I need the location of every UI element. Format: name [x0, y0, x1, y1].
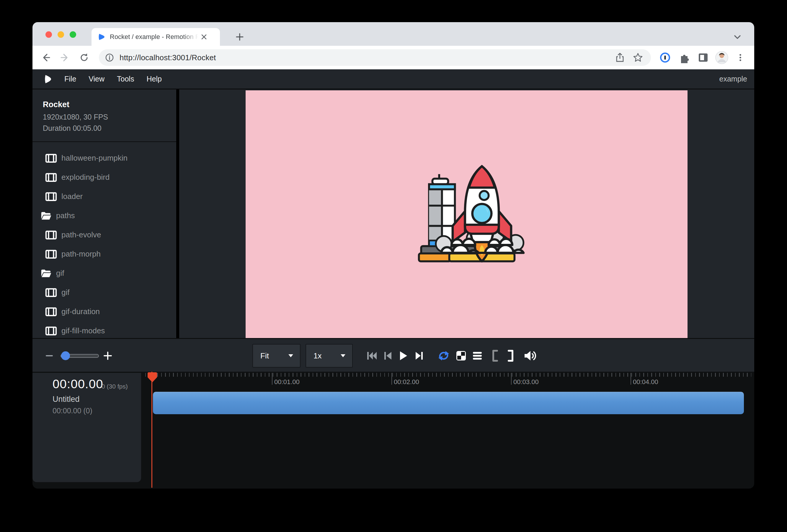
film-icon	[45, 249, 57, 259]
zoom-out-button[interactable]	[44, 351, 54, 361]
profile-avatar[interactable]	[715, 51, 728, 64]
volume-button[interactable]	[523, 349, 537, 362]
ruler-time-label: 00:02.00	[394, 378, 419, 386]
out-point-button[interactable]	[506, 349, 516, 362]
transparency-checkerboard-button[interactable]	[455, 350, 467, 361]
playback-speed-select[interactable]: 1x	[305, 344, 353, 367]
loop-toggle-button[interactable]	[437, 349, 450, 362]
jump-to-end-button[interactable]	[413, 350, 425, 361]
play-button[interactable]	[398, 350, 409, 361]
composition-list: halloween-pumpkin exploding-bird	[33, 149, 176, 338]
composition-label: loader	[61, 192, 83, 201]
film-icon	[45, 153, 57, 163]
composition-label: path-morph	[61, 250, 101, 259]
film-icon	[45, 230, 57, 240]
video-canvas	[246, 90, 687, 338]
close-window-button[interactable]	[45, 31, 52, 38]
composition-label: gif	[61, 288, 69, 297]
menu-item-tools[interactable]: Tools	[117, 75, 134, 83]
composition-list-item[interactable]: gif	[33, 283, 176, 302]
frame-counter: 0 (30 fps)	[102, 383, 128, 390]
composition-label: gif-fill-modes	[61, 326, 105, 335]
menu-item-file[interactable]: File	[64, 75, 76, 83]
new-tab-button[interactable]	[235, 32, 244, 42]
browser-window: Rocket / example - Remotion Pr h	[33, 22, 754, 489]
menu-items: FileViewToolsHelp	[52, 75, 162, 83]
composition-label: paths	[56, 211, 75, 220]
ruler-major-tick	[391, 373, 392, 385]
composition-label: path-evolve	[61, 230, 101, 239]
browser-tab[interactable]: Rocket / example - Remotion Pr	[91, 28, 220, 46]
composition-label: gif	[56, 269, 64, 278]
film-icon	[45, 172, 57, 183]
composition-list-item[interactable]: gif-duration	[33, 302, 176, 321]
current-time-display: 00:00.00	[52, 377, 103, 391]
tab-search-chevron-icon[interactable]	[733, 33, 742, 41]
composition-label: halloween-pumpkin	[61, 153, 128, 163]
zoom-window-button[interactable]	[70, 31, 76, 38]
tab-close-icon[interactable]	[199, 32, 209, 42]
menu-item-help[interactable]: Help	[146, 75, 162, 83]
bookmark-star-icon[interactable]	[633, 52, 643, 63]
back-button[interactable]	[40, 52, 51, 63]
ruler-time-label: 00:03.00	[513, 378, 539, 386]
menu-item-view[interactable]: View	[89, 75, 105, 83]
reload-button[interactable]	[79, 52, 89, 63]
composition-list-item[interactable]: halloween-pumpkin	[33, 149, 176, 168]
playhead-line	[151, 372, 152, 488]
url-text: http://localhost:3001/Rocket	[120, 53, 615, 62]
sidebar-divider	[33, 142, 176, 142]
browser-menu-dots-icon[interactable]	[734, 51, 747, 64]
composition-list-item[interactable]: paths	[33, 206, 176, 225]
composition-label: exploding-bird	[61, 173, 109, 182]
composition-list-item[interactable]: path-evolve	[33, 225, 176, 244]
film-icon	[45, 192, 57, 201]
ruler-time-label: 00:04.00	[633, 378, 658, 386]
zoom-in-button[interactable]	[103, 351, 113, 361]
preview-toolbar: Fit 1x	[33, 338, 754, 372]
film-icon	[45, 326, 57, 336]
previous-frame-button[interactable]	[382, 350, 394, 361]
remotion-menu-bar: FileViewToolsHelp example	[33, 69, 754, 89]
side-panel-icon[interactable]	[697, 51, 710, 64]
folder-open-icon	[40, 211, 52, 220]
timeline-ruler[interactable]	[145, 373, 751, 377]
remotion-favicon	[98, 33, 106, 41]
track-name: Untitled	[52, 395, 80, 404]
composition-resolution: 1920x1080, 30 FPS	[43, 113, 176, 121]
preview-stage	[179, 89, 754, 338]
timeline-track-bar[interactable]	[153, 392, 744, 414]
site-info-icon[interactable]	[105, 53, 114, 62]
composition-name: Rocket	[43, 100, 176, 109]
ruler-major-tick	[272, 373, 273, 385]
address-bar[interactable]: http://localhost:3001/Rocket	[99, 49, 651, 66]
size-select[interactable]: Fit	[252, 344, 300, 367]
remotion-logo-icon[interactable]	[44, 75, 52, 84]
ruler-time-label: 00:01.00	[274, 378, 300, 386]
composition-list-item[interactable]: gif-fill-modes	[33, 321, 176, 338]
share-icon[interactable]	[615, 52, 625, 63]
in-point-button[interactable]	[489, 349, 500, 362]
password-manager-extension-icon[interactable]	[659, 51, 672, 64]
jump-to-start-button[interactable]	[366, 350, 378, 361]
composition-list-item[interactable]: loader	[33, 187, 176, 206]
zoom-slider-knob[interactable]	[61, 351, 70, 360]
forward-button[interactable]	[60, 52, 70, 63]
minimize-window-button[interactable]	[58, 31, 64, 38]
composition-list-item[interactable]: exploding-bird	[33, 168, 176, 187]
sidebar-resize-handle[interactable]	[176, 89, 179, 338]
playhead-marker[interactable]	[148, 372, 157, 383]
size-select-value: Fit	[260, 351, 269, 360]
composition-list-item[interactable]: gif	[33, 264, 176, 283]
timeline-left-panel: 00:00.00 0 (30 fps) Untitled 00:00.00 (0…	[33, 373, 141, 482]
rocket-illustration	[408, 159, 526, 269]
track-time: 00:00.00 (0)	[52, 406, 92, 415]
composition-list-item[interactable]: path-morph	[33, 244, 176, 264]
extensions-puzzle-icon[interactable]	[678, 51, 691, 64]
film-icon	[45, 288, 57, 298]
tab-title: Rocket / example - Remotion Pr	[110, 33, 198, 41]
chevron-down-icon	[288, 354, 293, 358]
timeline-tracks-button[interactable]	[471, 350, 483, 361]
chevron-down-icon	[340, 354, 346, 358]
compositions-sidebar: Rocket 1920x1080, 30 FPS Duration 00:05.…	[33, 89, 176, 338]
